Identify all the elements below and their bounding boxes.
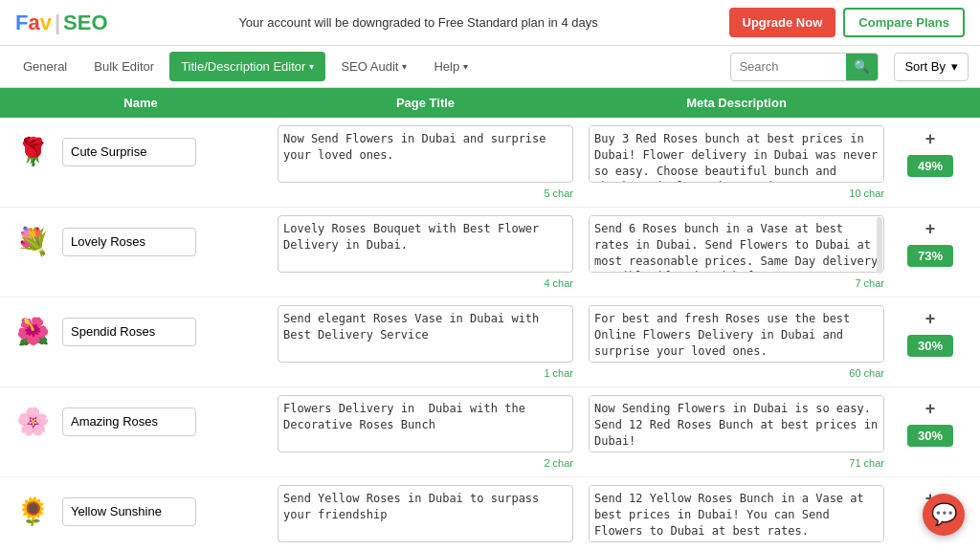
add-button[interactable]: + [925,219,936,239]
name-input[interactable] [62,138,196,166]
page-title-textarea[interactable]: Now Send Flowers in Dubai and surprise y… [278,125,573,183]
add-button[interactable]: + [925,129,936,149]
table-row: 🌸 Flowers Delivery in Dubai with the Dec… [0,387,980,477]
page-title-textarea[interactable]: Flowers Delivery in Dubai with the Decor… [278,395,573,452]
product-image: 🌻 [11,485,55,538]
sort-chevron-icon: ▾ [951,59,958,74]
logo-a: a [28,11,39,35]
page-title-textarea[interactable]: Send elegant Roses Vase in Dubai with Be… [278,305,573,363]
add-button[interactable]: + [925,399,936,419]
meta-desc-textarea[interactable]: Now Sending Flowers in Dubai is so easy.… [589,395,884,452]
meta-desc-textarea[interactable]: Send 12 Yellow Roses Bunch in a Vase at … [589,485,884,542]
name-cell: 🌺 [11,305,270,358]
help-chevron-icon: ▾ [463,61,468,72]
page-title-char-count: 1 char [278,367,573,379]
nav-bulk-editor[interactable]: Bulk Editor [82,52,166,81]
col-name: Name [11,96,270,110]
score-badge: 30% [907,335,953,357]
add-button[interactable]: + [925,309,936,329]
search-box: 🔍 [730,53,879,81]
meta-desc-char-count: 10 char [589,187,884,199]
search-input[interactable] [731,55,846,77]
logo-sep: | [55,11,60,35]
scrollbar[interactable] [877,217,882,274]
score-cell: + 73% [892,215,969,267]
table-header: Name Page Title Meta Description [0,88,980,118]
seo-audit-chevron-icon: ▾ [402,61,407,72]
page-title-textarea[interactable]: Send Yellow Roses in Dubai to surpass yo… [278,485,573,542]
table-row: 🌺 Send elegant Roses Vase in Dubai with … [0,298,980,387]
search-button[interactable]: 🔍 [846,54,878,80]
meta-desc-scroll: Send 6 Roses bunch in a Vase at best rat… [589,215,884,276]
col-meta-description: Meta Description [581,96,892,110]
page-title-cell: Send elegant Roses Vase in Dubai with Be… [270,305,581,379]
logo: Fav|SEO [15,11,108,35]
page-title-char-count: 2 char [278,457,573,469]
product-image: 🌸 [11,395,55,448]
name-input[interactable] [62,318,196,346]
table-row: 🌻 Send Yellow Roses in Dubai to surpass … [0,477,980,551]
name-input[interactable] [62,497,196,526]
meta-desc-textarea[interactable]: Buy 3 Red Roses bunch at best prices in … [589,125,884,183]
banner-message: Your account will be downgraded to Free … [238,15,597,30]
chat-icon: 💬 [931,502,957,527]
logo-f: F [15,11,28,35]
meta-desc-textarea[interactable]: For best and fresh Roses use the best On… [589,305,884,363]
compare-plans-button[interactable]: Compare Plans [843,8,965,37]
page-title-char-count: 4 char [278,277,573,289]
product-image: 🌺 [11,305,55,358]
meta-desc-char-count: 71 char [589,457,884,469]
nav-seo-audit[interactable]: SEO Audit ▾ [329,52,418,81]
meta-desc-scroll: For best and fresh Roses use the best On… [589,305,884,365]
meta-desc-cell: Send 12 Yellow Roses Bunch in a Vase at … [581,485,892,545]
name-cell: 🌹 [11,125,270,178]
nav-general[interactable]: General [11,52,78,81]
meta-desc-cell: Buy 3 Red Roses bunch at best prices in … [581,125,892,199]
page-title-cell: Now Send Flowers in Dubai and surprise y… [270,125,581,199]
meta-desc-textarea[interactable]: Send 6 Roses bunch in a Vase at best rat… [589,215,884,273]
name-cell: 🌻 [11,485,270,538]
page-title-cell: Flowers Delivery in Dubai with the Decor… [270,395,581,469]
name-input[interactable] [62,228,196,256]
page-title-char-count: 5 char [278,187,573,199]
score-cell: + 49% [892,125,969,177]
name-input[interactable] [62,408,196,436]
score-badge: 30% [907,425,953,447]
col-score [892,96,969,110]
meta-desc-scroll: Buy 3 Red Roses bunch at best prices in … [589,125,884,186]
table-row: 💐 Lovely Roses Bouquet with Best Flower … [0,208,980,298]
logo-seo: SEO [63,11,107,35]
table-row: 🌹 Now Send Flowers in Dubai and surprise… [0,118,980,208]
nav-help[interactable]: Help ▾ [422,52,479,81]
meta-desc-cell: Send 6 Roses bunch in a Vase at best rat… [581,215,892,289]
top-banner: Fav|SEO Your account will be downgraded … [0,0,980,46]
page-title-cell: Send Yellow Roses in Dubai to surpass yo… [270,485,581,545]
score-cell: + 30% [892,395,969,447]
score-badge: 49% [907,155,953,177]
score-cell: + 30% [892,305,969,357]
logo-v: v [40,11,52,35]
product-image: 💐 [11,215,55,268]
meta-desc-cell: Now Sending Flowers in Dubai is so easy.… [581,395,892,469]
meta-desc-scroll: Now Sending Flowers in Dubai is so easy.… [589,395,884,455]
nav-title-editor[interactable]: Title/Description Editor ▾ [169,52,325,81]
col-page-title: Page Title [270,96,581,110]
page-title-cell: Lovely Roses Bouquet with Best Flower De… [270,215,581,289]
meta-desc-scroll: Send 12 Yellow Roses Bunch in a Vase at … [589,485,884,545]
title-editor-chevron-icon: ▾ [309,61,314,72]
search-icon: 🔍 [854,59,870,74]
banner-actions: Upgrade Now Compare Plans [729,8,965,37]
product-image: 🌹 [11,125,55,178]
meta-desc-char-count: 7 char [589,277,884,289]
meta-desc-cell: For best and fresh Roses use the best On… [581,305,892,379]
table-body: 🌹 Now Send Flowers in Dubai and surprise… [0,118,980,551]
sort-by-dropdown[interactable]: Sort By ▾ [894,53,969,81]
name-cell: 💐 [11,215,270,268]
name-cell: 🌸 [11,395,270,448]
page-title-textarea[interactable]: Lovely Roses Bouquet with Best Flower De… [278,215,573,273]
score-badge: 73% [907,245,953,267]
chat-bubble[interactable]: 💬 [923,494,965,536]
nav-bar: General Bulk Editor Title/Description Ed… [0,46,980,88]
meta-desc-char-count: 60 char [589,367,884,379]
upgrade-button[interactable]: Upgrade Now [729,8,836,37]
